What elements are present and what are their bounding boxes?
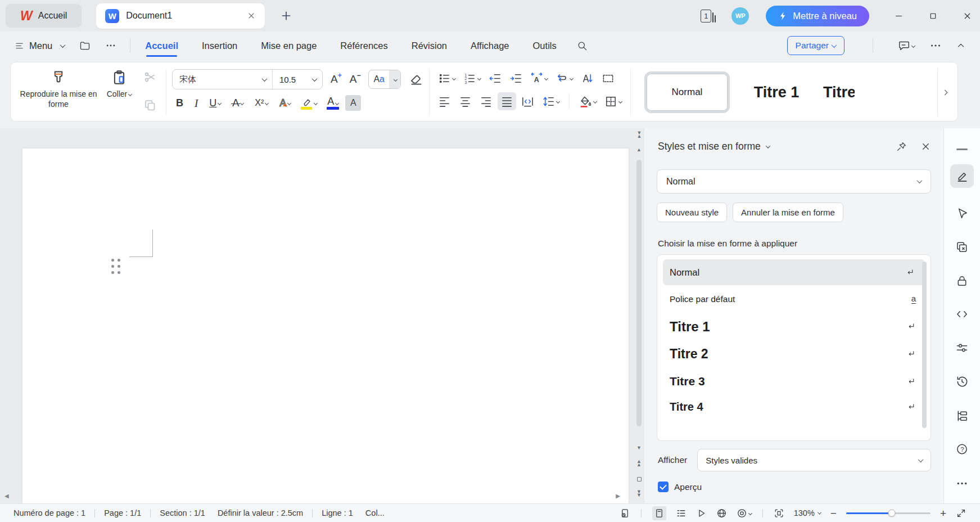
- increase-indent-button[interactable]: [507, 69, 525, 87]
- section-status[interactable]: Section : 1/1: [160, 508, 205, 518]
- current-style-dropdown[interactable]: Normal: [657, 169, 931, 194]
- zoom-slider[interactable]: [846, 512, 931, 514]
- increase-font-button[interactable]: A+: [331, 73, 342, 86]
- preview-checkbox-row[interactable]: Aperçu: [658, 482, 702, 492]
- close-panel-icon[interactable]: [920, 141, 931, 152]
- scrollbar-thumb[interactable]: [636, 160, 642, 426]
- focus-mode-button[interactable]: [737, 508, 752, 519]
- style-option-police-par-defaut[interactable]: Police par défaut: [657, 285, 931, 313]
- zoom-out-button[interactable]: −: [830, 508, 837, 519]
- page-number-status[interactable]: Numéro de page : 1: [13, 508, 85, 518]
- align-left-button[interactable]: [435, 92, 454, 110]
- character-scale-button[interactable]: A: [527, 69, 550, 87]
- bullets-button[interactable]: [435, 69, 458, 87]
- zoom-slider-thumb[interactable]: [888, 510, 895, 517]
- vertical-scrollbar[interactable]: ▼▲ ▲ ▼ ▲▲ ▼▼: [634, 128, 644, 503]
- underline-button[interactable]: U: [205, 94, 225, 111]
- sort-button[interactable]: [578, 69, 597, 87]
- cut-icon[interactable]: [143, 70, 157, 84]
- more-rail-tools-button[interactable]: [956, 477, 969, 492]
- set-value-status[interactable]: Définir la valeur : 2.5cm: [218, 508, 303, 518]
- new-style-button[interactable]: Nouveau style: [657, 202, 727, 222]
- zoom-level-button[interactable]: 130%: [794, 508, 821, 518]
- tab-accueil[interactable]: Accueil: [144, 34, 179, 58]
- history-button[interactable]: [956, 375, 969, 390]
- show-styles-dropdown[interactable]: Styles valides: [697, 449, 931, 471]
- previous-page-button[interactable]: ▲▲: [634, 460, 644, 466]
- close-all-panels-button[interactable]: [956, 241, 969, 256]
- style-normal-selected[interactable]: Normal: [644, 71, 730, 113]
- maximize-button[interactable]: [928, 11, 938, 21]
- field-codes-button[interactable]: [956, 308, 969, 323]
- upgrade-button[interactable]: Mettre à niveau: [766, 6, 869, 26]
- share-button[interactable]: Partager: [787, 36, 844, 55]
- clear-formatting-icon[interactable]: [409, 72, 423, 87]
- scroll-left-arrow[interactable]: ◀: [4, 493, 9, 499]
- font-name-select[interactable]: 宋体: [173, 70, 273, 89]
- justify-button[interactable]: [498, 92, 516, 110]
- style-option-normal[interactable]: Normal: [663, 259, 925, 285]
- pin-panel-icon[interactable]: [896, 141, 907, 152]
- highlight-color-button[interactable]: [298, 94, 320, 111]
- font-size-select[interactable]: 10.5: [273, 70, 322, 89]
- panel-title[interactable]: Styles et mise en forme: [658, 141, 770, 152]
- more-tools-icon[interactable]: [929, 39, 942, 52]
- reader-mode-icon[interactable]: [696, 508, 707, 519]
- paragraph-drag-handle[interactable]: [111, 259, 120, 274]
- page-view-icon[interactable]: [652, 506, 666, 520]
- style-option-titre1[interactable]: Titre 1: [657, 313, 931, 340]
- tab-revision[interactable]: Révision: [410, 34, 448, 58]
- scroll-right-arrow[interactable]: ▶: [616, 493, 620, 499]
- clear-formatting-button[interactable]: Annuler la mise en forme: [733, 202, 843, 222]
- column-status[interactable]: Col...: [365, 508, 385, 518]
- superscript-button[interactable]: X²: [251, 94, 272, 111]
- format-painter-button[interactable]: Reproduire la mise en forme: [19, 68, 98, 116]
- window-close-button[interactable]: [963, 11, 972, 21]
- ruler-toggle-icon[interactable]: ▼▲: [634, 132, 644, 138]
- new-tab-button[interactable]: [281, 10, 292, 21]
- character-shading-button[interactable]: A: [345, 95, 361, 111]
- align-right-button[interactable]: [477, 92, 495, 110]
- copy-icon[interactable]: [143, 98, 157, 112]
- line-status[interactable]: Ligne : 1: [322, 508, 353, 518]
- style-option-titre2[interactable]: Titre 2: [657, 340, 931, 368]
- decrease-indent-button[interactable]: [486, 69, 504, 87]
- style-titre2-clipped[interactable]: Titre 2: [823, 71, 855, 113]
- shading-button[interactable]: [576, 92, 599, 110]
- paste-button[interactable]: Coller: [98, 68, 140, 116]
- next-page-button[interactable]: ▼▼: [634, 490, 644, 497]
- borders-button[interactable]: [602, 92, 625, 110]
- style-option-titre4[interactable]: Titre 4: [657, 395, 931, 418]
- fullscreen-icon[interactable]: [956, 508, 967, 519]
- line-spacing-button[interactable]: [539, 92, 562, 110]
- strikethrough-button[interactable]: A: [228, 94, 247, 111]
- more-documents-icon[interactable]: [105, 40, 116, 51]
- comments-button[interactable]: [898, 39, 915, 52]
- reading-history-icon[interactable]: [620, 508, 630, 519]
- outline-view-icon[interactable]: [676, 508, 687, 519]
- select-tool-button[interactable]: [956, 207, 969, 222]
- web-layout-icon[interactable]: [716, 508, 727, 519]
- change-case-dropdown[interactable]: [389, 70, 400, 88]
- settings-button[interactable]: [956, 341, 969, 357]
- tab-references[interactable]: Références: [339, 34, 389, 58]
- preview-checkbox[interactable]: [658, 482, 669, 492]
- numbering-button[interactable]: 123: [460, 69, 484, 87]
- bold-button[interactable]: B: [172, 94, 187, 111]
- collapse-rail-handle[interactable]: [956, 148, 968, 150]
- style-titre1[interactable]: Titre 1: [740, 71, 813, 113]
- italic-button[interactable]: I: [191, 94, 202, 111]
- page-count-status[interactable]: Page : 1/1: [104, 508, 141, 518]
- scroll-down-arrow[interactable]: ▼: [634, 446, 644, 451]
- search-icon[interactable]: [577, 40, 588, 51]
- document-tab[interactable]: Document1: [96, 3, 265, 29]
- font-color-button[interactable]: A: [324, 94, 342, 111]
- avatar[interactable]: WP: [731, 7, 749, 25]
- gallery-expand-button[interactable]: [937, 68, 952, 116]
- home-tab[interactable]: Accueil: [6, 4, 82, 28]
- edit-mode-button-active[interactable]: [950, 164, 974, 188]
- page-count-badge[interactable]: 1: [701, 10, 716, 22]
- decrease-font-button[interactable]: A−: [350, 73, 361, 86]
- text-direction-button[interactable]: [553, 69, 576, 87]
- tab-mise-en-page[interactable]: Mise en page: [260, 34, 318, 58]
